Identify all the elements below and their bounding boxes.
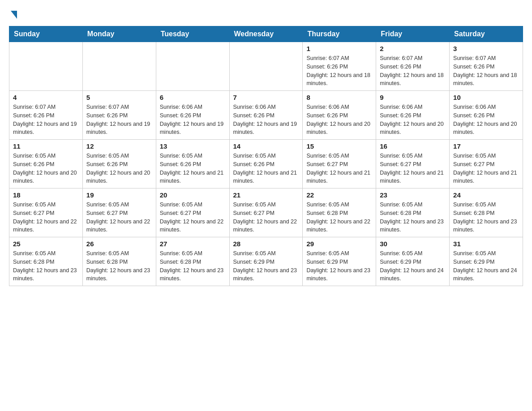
table-row: 23Sunrise: 6:05 AM Sunset: 6:28 PM Dayli… bbox=[376, 188, 450, 237]
calendar-week-row: 1Sunrise: 6:07 AM Sunset: 6:26 PM Daylig… bbox=[9, 42, 523, 91]
logo-triangle-icon bbox=[11, 11, 17, 19]
table-row: 27Sunrise: 6:05 AM Sunset: 6:28 PM Dayli… bbox=[156, 237, 229, 286]
day-number: 10 bbox=[453, 94, 519, 101]
day-info: Sunrise: 6:05 AM Sunset: 6:27 PM Dayligh… bbox=[86, 201, 152, 234]
table-row: 2Sunrise: 6:07 AM Sunset: 6:26 PM Daylig… bbox=[376, 42, 450, 91]
day-info: Sunrise: 6:05 AM Sunset: 6:26 PM Dayligh… bbox=[86, 152, 152, 185]
table-row: 29Sunrise: 6:05 AM Sunset: 6:29 PM Dayli… bbox=[303, 237, 376, 286]
calendar-week-row: 4Sunrise: 6:07 AM Sunset: 6:26 PM Daylig… bbox=[9, 91, 523, 140]
day-number: 23 bbox=[380, 191, 446, 199]
day-number: 22 bbox=[306, 191, 372, 199]
table-row: 5Sunrise: 6:07 AM Sunset: 6:26 PM Daylig… bbox=[82, 91, 156, 140]
table-row bbox=[156, 42, 229, 91]
day-info: Sunrise: 6:05 AM Sunset: 6:28 PM Dayligh… bbox=[13, 249, 79, 283]
day-number: 20 bbox=[160, 191, 226, 199]
day-number: 15 bbox=[306, 142, 372, 150]
col-wednesday: Wednesday bbox=[229, 26, 303, 42]
table-row: 30Sunrise: 6:05 AM Sunset: 6:29 PM Dayli… bbox=[376, 237, 450, 286]
day-info: Sunrise: 6:05 AM Sunset: 6:26 PM Dayligh… bbox=[13, 152, 79, 185]
table-row: 7Sunrise: 6:06 AM Sunset: 6:26 PM Daylig… bbox=[229, 91, 303, 140]
day-info: Sunrise: 6:05 AM Sunset: 6:27 PM Dayligh… bbox=[453, 152, 519, 185]
day-info: Sunrise: 6:06 AM Sunset: 6:26 PM Dayligh… bbox=[233, 103, 299, 137]
table-row: 22Sunrise: 6:05 AM Sunset: 6:28 PM Dayli… bbox=[303, 188, 376, 237]
table-row: 24Sunrise: 6:05 AM Sunset: 6:28 PM Dayli… bbox=[450, 188, 523, 237]
table-row: 8Sunrise: 6:06 AM Sunset: 6:26 PM Daylig… bbox=[303, 91, 376, 140]
table-row bbox=[82, 42, 156, 91]
day-number: 30 bbox=[380, 240, 446, 248]
day-number: 27 bbox=[160, 240, 226, 248]
table-row: 18Sunrise: 6:05 AM Sunset: 6:27 PM Dayli… bbox=[9, 188, 83, 237]
table-row: 12Sunrise: 6:05 AM Sunset: 6:26 PM Dayli… bbox=[82, 140, 156, 188]
day-info: Sunrise: 6:07 AM Sunset: 6:26 PM Dayligh… bbox=[453, 54, 519, 88]
table-row: 28Sunrise: 6:05 AM Sunset: 6:29 PM Dayli… bbox=[229, 237, 303, 286]
day-info: Sunrise: 6:05 AM Sunset: 6:27 PM Dayligh… bbox=[13, 201, 79, 234]
day-number: 6 bbox=[160, 94, 226, 101]
day-number: 5 bbox=[86, 94, 152, 101]
calendar-week-row: 11Sunrise: 6:05 AM Sunset: 6:26 PM Dayli… bbox=[9, 140, 523, 188]
day-number: 3 bbox=[453, 45, 519, 52]
day-number: 24 bbox=[453, 191, 519, 199]
logo bbox=[9, 9, 17, 17]
calendar-table: Sunday Monday Tuesday Wednesday Thursday… bbox=[9, 26, 523, 286]
day-info: Sunrise: 6:05 AM Sunset: 6:29 PM Dayligh… bbox=[380, 249, 446, 283]
col-tuesday: Tuesday bbox=[156, 26, 229, 42]
day-number: 4 bbox=[13, 94, 79, 101]
table-row: 3Sunrise: 6:07 AM Sunset: 6:26 PM Daylig… bbox=[450, 42, 523, 91]
day-number: 8 bbox=[306, 94, 372, 101]
col-friday: Friday bbox=[376, 26, 450, 42]
calendar-week-row: 25Sunrise: 6:05 AM Sunset: 6:28 PM Dayli… bbox=[9, 237, 523, 286]
day-number: 26 bbox=[86, 240, 152, 248]
day-info: Sunrise: 6:07 AM Sunset: 6:26 PM Dayligh… bbox=[306, 54, 372, 88]
day-info: Sunrise: 6:05 AM Sunset: 6:26 PM Dayligh… bbox=[160, 152, 226, 185]
day-info: Sunrise: 6:05 AM Sunset: 6:27 PM Dayligh… bbox=[160, 201, 226, 234]
table-row: 25Sunrise: 6:05 AM Sunset: 6:28 PM Dayli… bbox=[9, 237, 83, 286]
table-row: 1Sunrise: 6:07 AM Sunset: 6:26 PM Daylig… bbox=[303, 42, 376, 91]
col-thursday: Thursday bbox=[303, 26, 376, 42]
table-row: 16Sunrise: 6:05 AM Sunset: 6:27 PM Dayli… bbox=[376, 140, 450, 188]
day-info: Sunrise: 6:05 AM Sunset: 6:29 PM Dayligh… bbox=[233, 249, 299, 283]
day-number: 2 bbox=[380, 45, 446, 52]
day-number: 12 bbox=[86, 142, 152, 150]
table-row: 14Sunrise: 6:05 AM Sunset: 6:26 PM Dayli… bbox=[229, 140, 303, 188]
day-info: Sunrise: 6:05 AM Sunset: 6:28 PM Dayligh… bbox=[380, 201, 446, 234]
day-info: Sunrise: 6:05 AM Sunset: 6:28 PM Dayligh… bbox=[306, 201, 372, 234]
day-info: Sunrise: 6:07 AM Sunset: 6:26 PM Dayligh… bbox=[86, 103, 152, 137]
table-row: 11Sunrise: 6:05 AM Sunset: 6:26 PM Dayli… bbox=[9, 140, 83, 188]
day-number: 11 bbox=[13, 142, 79, 150]
day-number: 16 bbox=[380, 142, 446, 150]
table-row: 20Sunrise: 6:05 AM Sunset: 6:27 PM Dayli… bbox=[156, 188, 229, 237]
day-number: 18 bbox=[13, 191, 79, 199]
day-number: 31 bbox=[453, 240, 519, 248]
col-sunday: Sunday bbox=[9, 26, 83, 42]
day-number: 7 bbox=[233, 94, 299, 101]
day-info: Sunrise: 6:06 AM Sunset: 6:26 PM Dayligh… bbox=[453, 103, 519, 137]
day-number: 29 bbox=[306, 240, 372, 248]
day-info: Sunrise: 6:06 AM Sunset: 6:26 PM Dayligh… bbox=[160, 103, 226, 137]
day-number: 28 bbox=[233, 240, 299, 248]
day-number: 13 bbox=[160, 142, 226, 150]
day-number: 9 bbox=[380, 94, 446, 101]
day-info: Sunrise: 6:06 AM Sunset: 6:26 PM Dayligh… bbox=[306, 103, 372, 137]
table-row: 4Sunrise: 6:07 AM Sunset: 6:26 PM Daylig… bbox=[9, 91, 83, 140]
table-row: 17Sunrise: 6:05 AM Sunset: 6:27 PM Dayli… bbox=[450, 140, 523, 188]
day-info: Sunrise: 6:06 AM Sunset: 6:26 PM Dayligh… bbox=[380, 103, 446, 137]
calendar-header-row: Sunday Monday Tuesday Wednesday Thursday… bbox=[9, 26, 523, 42]
day-number: 21 bbox=[233, 191, 299, 199]
day-number: 17 bbox=[453, 142, 519, 150]
day-info: Sunrise: 6:07 AM Sunset: 6:26 PM Dayligh… bbox=[13, 103, 79, 137]
table-row: 10Sunrise: 6:06 AM Sunset: 6:26 PM Dayli… bbox=[450, 91, 523, 140]
day-number: 19 bbox=[86, 191, 152, 199]
table-row: 15Sunrise: 6:05 AM Sunset: 6:27 PM Dayli… bbox=[303, 140, 376, 188]
day-info: Sunrise: 6:05 AM Sunset: 6:27 PM Dayligh… bbox=[380, 152, 446, 185]
day-info: Sunrise: 6:05 AM Sunset: 6:27 PM Dayligh… bbox=[306, 152, 372, 185]
page-header bbox=[9, 9, 523, 17]
day-info: Sunrise: 6:05 AM Sunset: 6:27 PM Dayligh… bbox=[233, 201, 299, 234]
day-number: 14 bbox=[233, 142, 299, 150]
table-row: 31Sunrise: 6:05 AM Sunset: 6:29 PM Dayli… bbox=[450, 237, 523, 286]
day-info: Sunrise: 6:05 AM Sunset: 6:28 PM Dayligh… bbox=[160, 249, 226, 283]
day-info: Sunrise: 6:07 AM Sunset: 6:26 PM Dayligh… bbox=[380, 54, 446, 88]
table-row bbox=[9, 42, 83, 91]
day-info: Sunrise: 6:05 AM Sunset: 6:29 PM Dayligh… bbox=[453, 249, 519, 283]
calendar-week-row: 18Sunrise: 6:05 AM Sunset: 6:27 PM Dayli… bbox=[9, 188, 523, 237]
day-info: Sunrise: 6:05 AM Sunset: 6:29 PM Dayligh… bbox=[306, 249, 372, 283]
